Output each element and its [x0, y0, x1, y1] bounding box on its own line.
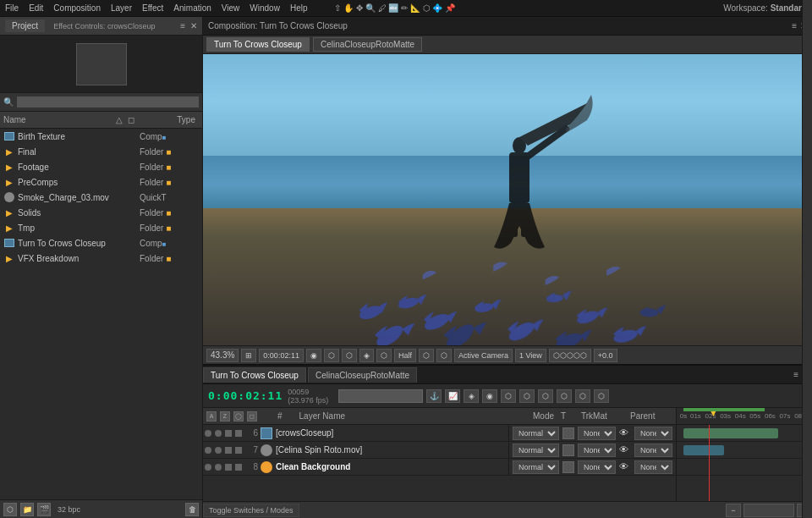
list-item[interactable]: ▶ Final Folder ■ [0, 144, 202, 159]
app-menu-animation[interactable]: Animation [173, 3, 211, 13]
t-box-7[interactable] [562, 444, 574, 456]
app-menu-composition[interactable]: Composition [53, 3, 101, 13]
panel-close-icon[interactable]: ✕ [190, 21, 197, 30]
layer-vis-dot[interactable] [205, 430, 211, 437]
new-folder-btn[interactable]: 📁 [20, 503, 34, 516]
toggle-switches-btn[interactable]: Toggle Switches / Modes [203, 504, 299, 517]
magnification-dropdown[interactable]: 43.3% [206, 349, 239, 362]
comp-button-2[interactable]: ⬡ [324, 349, 339, 362]
list-item[interactable]: ▶ Tmp Folder ■ [0, 220, 202, 235]
tl-zoom-slider[interactable] [743, 504, 794, 517]
comp-panel-menu[interactable]: ≡ [792, 21, 797, 30]
project-tab[interactable]: Project [5, 19, 45, 32]
value-display: +0.0 [594, 349, 617, 362]
app-menu-help[interactable]: Help [290, 3, 308, 13]
delete-btn[interactable]: 🗑 [185, 503, 199, 516]
list-item[interactable]: ▶ VFX Breakdown Folder ■ [0, 251, 202, 266]
effect-controls-tab[interactable]: Effect Controls: crowsCloseup [53, 22, 155, 30]
list-item[interactable]: Birth Texture Comp■ [0, 129, 202, 144]
viewer-tab-crows[interactable]: Turn To Crows Closeup [206, 37, 310, 52]
layer-lock-box[interactable] [225, 430, 232, 437]
trkmat-select-7[interactable]: None [578, 444, 616, 457]
parent-select-6[interactable]: None [634, 427, 672, 440]
track-bar-6[interactable] [683, 428, 778, 438]
mode-select-7[interactable]: Normal [513, 444, 559, 457]
search-input[interactable] [17, 96, 199, 107]
layer-row[interactable]: 8 Clean Background Normal None [203, 459, 676, 476]
app-menu-file[interactable]: File [5, 3, 19, 13]
parent-select-7[interactable]: None [634, 444, 672, 457]
list-item[interactable]: Turn To Crows Closeup Comp■ [0, 235, 202, 251]
camera-dropdown[interactable]: Active Camera [454, 349, 513, 362]
t-box-6[interactable] [562, 427, 574, 439]
app-menu-view[interactable]: View [222, 3, 240, 13]
layer-lock-box[interactable] [225, 447, 232, 454]
tl-btn-5[interactable]: ⬡ [501, 389, 516, 403]
trkmat-select-8[interactable]: None [578, 460, 616, 474]
resolution-dropdown[interactable]: Half [394, 349, 416, 362]
tl-btn-6[interactable]: ⬡ [519, 389, 535, 403]
tl-btn-7[interactable]: ⬡ [538, 389, 553, 403]
timeline-tab-celina[interactable]: CelinaCloseupRotoMatte [308, 367, 417, 383]
sort-icon[interactable]: △ [116, 115, 128, 124]
viewer-tab-celina[interactable]: CelinaCloseupRotoMatte [313, 37, 422, 52]
track-bar-7[interactable] [683, 445, 724, 455]
app-menu-window[interactable]: Window [250, 3, 280, 13]
layer-row[interactable]: 7 [Celina Spin Roto.mov] Normal None [203, 442, 676, 459]
panel-menu-icon[interactable]: ≡ [180, 21, 185, 30]
timeline-search-input[interactable] [338, 389, 423, 403]
layer-solo-dot[interactable] [215, 447, 222, 454]
view-dropdown[interactable]: 1 View [515, 349, 546, 362]
tl-small-icon-1[interactable]: A [206, 411, 217, 422]
t-box-8[interactable] [562, 461, 574, 473]
mode-select-8[interactable]: Normal [513, 460, 559, 474]
list-item[interactable]: Smoke_Charge_03.mov QuickT [0, 190, 202, 205]
list-item[interactable]: ▶ PreComps Folder ■ [0, 174, 202, 190]
layer-row[interactable]: 6 [crowsCloseup] Normal None [203, 425, 676, 442]
layer-shy-box[interactable] [235, 464, 242, 471]
tl-small-icon-4[interactable]: ◻ [247, 411, 257, 422]
layer-solo-dot[interactable] [215, 430, 222, 437]
comp-render-btns[interactable]: ⬡⬡⬡⬡⬡ [549, 349, 591, 362]
tl-small-icon-2[interactable]: Z [220, 411, 230, 422]
bpc-label[interactable]: 32 bpc [58, 505, 80, 514]
comp-button-1[interactable]: ◉ [306, 349, 321, 362]
comp-button-3[interactable]: ⬡ [342, 349, 357, 362]
tl-btn-10[interactable]: ⬡ [594, 389, 609, 403]
tl-btn-9[interactable]: ⬡ [575, 389, 590, 403]
grid-btn[interactable]: ⊞ [241, 349, 256, 362]
timeline-tab-crows[interactable]: Turn To Crows Closeup [203, 367, 306, 383]
tl-small-icon-3[interactable]: ◯ [233, 411, 244, 422]
new-comp-btn[interactable]: 🎬 [37, 503, 51, 516]
interpret-footage-btn[interactable]: ⬡ [3, 503, 17, 516]
comp-button-6[interactable]: ⬡ [419, 349, 434, 362]
comp-button-4[interactable]: ◈ [359, 349, 374, 362]
list-item[interactable]: ▶ Solids Folder ■ [0, 205, 202, 220]
mode-select-6[interactable]: Normal [513, 427, 559, 440]
layer-vis-dot[interactable] [205, 447, 211, 454]
work-area-bar[interactable] [683, 408, 765, 411]
tl-btn-3[interactable]: ◈ [464, 389, 479, 403]
list-item[interactable]: ▶ Footage Folder ■ [0, 159, 202, 174]
layer-lock-box[interactable] [225, 464, 232, 471]
layer-solo-dot[interactable] [215, 464, 222, 471]
tl-btn-8[interactable]: ⬡ [557, 389, 572, 403]
trkmat-select-6[interactable]: None [578, 427, 616, 440]
layer-shy-box[interactable] [235, 430, 242, 437]
comp-button-5[interactable]: ⬡ [376, 349, 392, 362]
comp-button-7[interactable]: ⬡ [436, 349, 452, 362]
timeline-scrollbar[interactable] [802, 408, 812, 501]
timeline-panel-menu[interactable]: ≡ [793, 370, 798, 379]
app-menu-layer[interactable]: Layer [111, 3, 132, 13]
app-menu-edit[interactable]: Edit [29, 3, 43, 13]
parent-select-8[interactable]: None [634, 460, 672, 474]
graph-btn[interactable]: 📈 [445, 389, 460, 403]
anchor-btn[interactable]: ⚓ [426, 389, 442, 403]
layer-vis-dot[interactable] [205, 464, 211, 471]
tl-zoom-out[interactable]: − [726, 504, 741, 517]
timecode-display[interactable]: 0:00:02:11 [259, 349, 304, 362]
sort-icon-2[interactable]: ◻ [128, 115, 140, 124]
tl-btn-4[interactable]: ◉ [482, 389, 497, 403]
app-menu-effect[interactable]: Effect [142, 3, 163, 13]
layer-shy-box[interactable] [235, 447, 242, 454]
